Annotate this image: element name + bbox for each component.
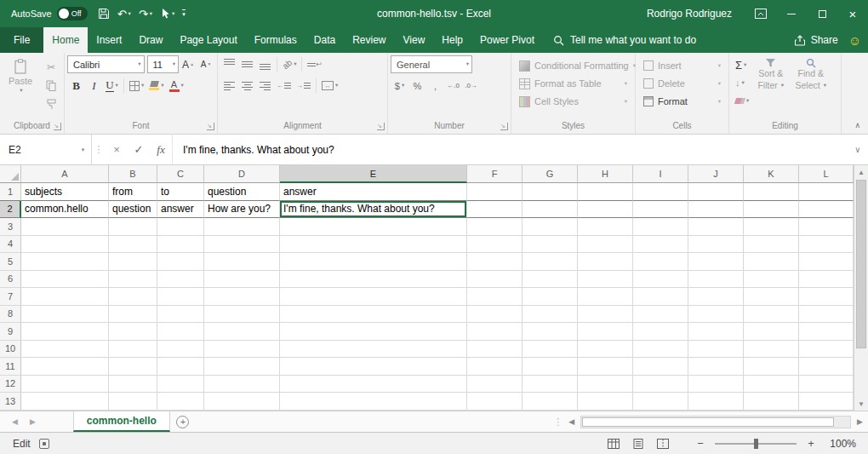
ribbon-display-options-button[interactable] bbox=[745, 0, 776, 27]
cell-A9[interactable] bbox=[21, 323, 109, 341]
clipboard-dialog-launcher[interactable]: ↘ bbox=[54, 123, 61, 130]
cell-K5[interactable] bbox=[744, 253, 799, 271]
zoom-in-button[interactable]: + bbox=[806, 437, 816, 450]
cell-L6[interactable] bbox=[799, 271, 854, 289]
cell-L5[interactable] bbox=[799, 253, 854, 271]
customize-qat-button[interactable]: ▾ bbox=[182, 9, 186, 18]
splitter-handle-icon[interactable]: ⋮ bbox=[553, 417, 562, 428]
autosum-dropdown-icon[interactable]: ▾ bbox=[744, 62, 746, 68]
cell-K1[interactable] bbox=[744, 183, 799, 201]
cell-J10[interactable] bbox=[688, 341, 744, 359]
tab-draw[interactable]: Draw bbox=[130, 27, 171, 53]
feedback-smiley-icon[interactable]: ☺ bbox=[848, 34, 861, 47]
cell-H7[interactable] bbox=[578, 288, 633, 306]
cell-L12[interactable] bbox=[799, 376, 854, 394]
alignment-dialog-launcher[interactable]: ↘ bbox=[377, 123, 385, 130]
cell-G3[interactable] bbox=[523, 218, 578, 236]
touch-mode-dropdown-icon[interactable]: ▾ bbox=[172, 10, 174, 17]
cell-E8[interactable] bbox=[280, 306, 467, 324]
cell-F6[interactable] bbox=[467, 271, 523, 289]
fill-button[interactable]: ↓▾ bbox=[735, 75, 749, 90]
page-break-view-icon[interactable] bbox=[657, 439, 669, 449]
cell-E7[interactable] bbox=[280, 288, 467, 306]
tab-review[interactable]: Review bbox=[344, 27, 394, 53]
comma-style-button[interactable]: , bbox=[426, 77, 444, 95]
cell-L13[interactable] bbox=[799, 393, 854, 411]
cell-L10[interactable] bbox=[799, 341, 854, 359]
row-header-1[interactable]: 1 bbox=[0, 183, 21, 201]
paste-button[interactable]: Paste ▾ bbox=[3, 55, 38, 119]
cell-K3[interactable] bbox=[744, 218, 799, 236]
column-header-E[interactable]: E bbox=[280, 165, 467, 183]
cell-D7[interactable] bbox=[204, 288, 280, 306]
decrease-indent-button[interactable]: ← bbox=[274, 77, 294, 95]
bold-button[interactable]: B bbox=[67, 77, 85, 95]
paste-dropdown-icon[interactable]: ▾ bbox=[20, 88, 22, 94]
cell-F9[interactable] bbox=[467, 323, 523, 341]
fill-dropdown-icon[interactable]: ▾ bbox=[742, 80, 745, 86]
cut-button[interactable]: ✂ bbox=[43, 60, 60, 74]
tab-insert[interactable]: Insert bbox=[88, 27, 130, 53]
cell-H2[interactable] bbox=[578, 201, 633, 219]
cell-I6[interactable] bbox=[633, 271, 688, 289]
cell-E13[interactable] bbox=[280, 393, 467, 411]
cell-J4[interactable] bbox=[688, 236, 744, 254]
cell-K2[interactable] bbox=[744, 201, 799, 219]
wrap-text-button[interactable]: ↩ bbox=[305, 55, 325, 73]
clear-button[interactable]: ▾ bbox=[735, 93, 749, 108]
cell-A1[interactable]: subjects bbox=[21, 183, 109, 201]
cell-E2[interactable]: I'm fine, thanks. What about you? bbox=[280, 201, 467, 219]
tab-help[interactable]: Help bbox=[433, 27, 471, 53]
cell-L7[interactable] bbox=[799, 288, 854, 306]
cell-D12[interactable] bbox=[204, 376, 280, 394]
column-header-G[interactable]: G bbox=[523, 165, 578, 183]
percent-style-button[interactable]: % bbox=[408, 77, 426, 95]
cell-D6[interactable] bbox=[204, 271, 280, 289]
cell-I7[interactable] bbox=[633, 288, 688, 306]
cell-C11[interactable] bbox=[157, 358, 204, 376]
increase-indent-button[interactable]: → bbox=[294, 77, 313, 95]
zoom-slider-thumb[interactable] bbox=[754, 439, 758, 449]
cell-K8[interactable] bbox=[744, 306, 799, 324]
fill-color-dropdown-icon[interactable]: ▾ bbox=[161, 83, 163, 89]
borders-button[interactable]: ▾ bbox=[127, 77, 146, 95]
cell-D10[interactable] bbox=[204, 341, 280, 359]
increase-decimal-button[interactable]: ←.0 bbox=[444, 77, 462, 95]
cell-J7[interactable] bbox=[688, 288, 744, 306]
italic-button[interactable]: I bbox=[85, 77, 103, 95]
name-box[interactable]: E2 bbox=[0, 135, 75, 164]
cell-E1[interactable]: answer bbox=[280, 183, 467, 201]
find-select-button[interactable]: Find & Select▾ bbox=[791, 55, 831, 119]
cell-B3[interactable] bbox=[109, 218, 157, 236]
row-header-11[interactable]: 11 bbox=[0, 358, 21, 376]
number-format-dropdown-icon[interactable]: ▾ bbox=[466, 61, 469, 67]
scroll-up-icon[interactable]: ▲ bbox=[854, 165, 868, 179]
cell-F12[interactable] bbox=[467, 376, 523, 394]
cell-A11[interactable] bbox=[21, 358, 109, 376]
touch-mode-button[interactable]: ▾ bbox=[160, 8, 174, 20]
row-header-12[interactable]: 12 bbox=[0, 376, 21, 394]
tab-view[interactable]: View bbox=[395, 27, 434, 53]
fill-color-button[interactable]: ▾ bbox=[146, 77, 166, 95]
cell-H5[interactable] bbox=[578, 253, 633, 271]
scroll-left-icon[interactable]: ◀ bbox=[568, 417, 574, 426]
bottom-align-button[interactable] bbox=[256, 55, 274, 73]
cell-A13[interactable] bbox=[21, 393, 109, 411]
cell-I12[interactable] bbox=[633, 376, 688, 394]
cell-H3[interactable] bbox=[578, 218, 633, 236]
cell-I2[interactable] bbox=[633, 201, 688, 219]
cell-K9[interactable] bbox=[744, 323, 799, 341]
cell-G10[interactable] bbox=[523, 341, 578, 359]
cell-E11[interactable] bbox=[280, 358, 467, 376]
cell-F5[interactable] bbox=[467, 253, 523, 271]
cell-I13[interactable] bbox=[633, 393, 688, 411]
cell-L1[interactable] bbox=[799, 183, 854, 201]
tab-data[interactable]: Data bbox=[306, 27, 344, 53]
cell-L4[interactable] bbox=[799, 236, 854, 254]
tab-formulas[interactable]: Formulas bbox=[246, 27, 306, 53]
copy-button[interactable] bbox=[43, 78, 60, 93]
cell-G9[interactable] bbox=[523, 323, 578, 341]
row-header-3[interactable]: 3 bbox=[0, 218, 21, 236]
new-sheet-button[interactable]: + bbox=[170, 411, 196, 432]
cell-J2[interactable] bbox=[688, 201, 744, 219]
